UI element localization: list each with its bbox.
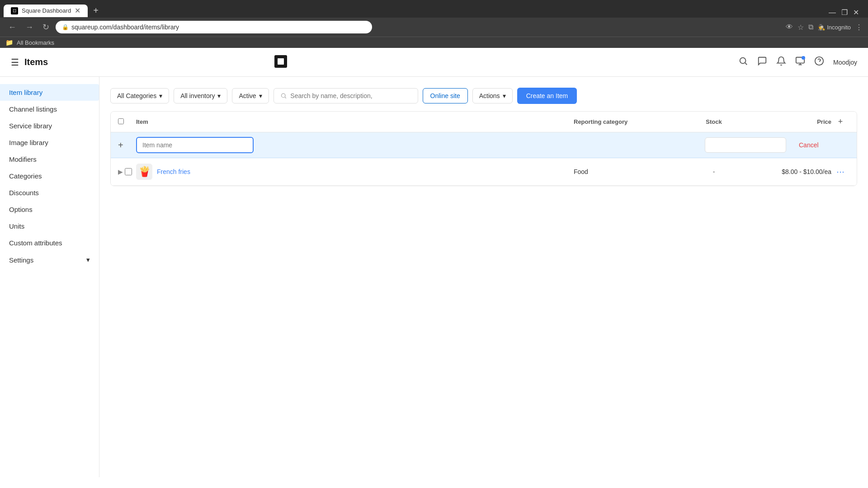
sidebar-item-label: Options [9,206,33,213]
maximize-button[interactable]: ❐ [841,8,848,17]
new-item-price-cell [705,137,795,153]
address-bar[interactable]: 🔒 squareup.com/dashboard/items/library [56,21,372,33]
item-column-header: Item [136,118,574,125]
bookmark-star-icon[interactable]: ☆ [797,23,804,32]
sidebar-item-service-library[interactable]: Service library [0,117,99,134]
all-categories-filter[interactable]: All Categories ▾ [110,88,169,103]
svg-point-2 [740,58,746,64]
sidebar-item-label: Settings [9,256,33,264]
sidebar-item-label: Channel listings [9,105,57,113]
all-inventory-label: All inventory [180,92,215,99]
extensions-icon[interactable]: ⧉ [808,23,813,31]
toolbar: All Categories ▾ All inventory ▾ Active … [110,88,857,104]
item-price-cell: $8.00 - $10.00/ea [741,168,831,175]
sidebar-item-label: Custom attributes [9,239,62,247]
item-info-cell: 🍟 French fries [136,164,574,180]
add-item-plus-button[interactable]: + [118,140,123,150]
browser-nav: ← → ↻ 🔒 squareup.com/dashboard/items/lib… [0,18,868,37]
incognito-icon: 🕵 [818,24,825,31]
sidebar-item-discounts[interactable]: Discounts [0,184,99,201]
table-header-row: Item Reporting category Stock Price + [111,112,857,132]
bookmarks-label[interactable]: All Bookmarks [17,39,54,46]
search-input[interactable] [290,92,411,99]
sidebar-item-custom-attributes[interactable]: Custom attributes [0,235,99,251]
sidebar-item-units[interactable]: Units [0,218,99,235]
sidebar-item-settings[interactable]: Settings ▾ [0,251,99,268]
svg-line-3 [745,63,747,65]
item-stock-cell: - [687,168,741,175]
expand-row-button[interactable]: ▶ [118,168,123,175]
header-logo [273,53,289,71]
sidebar-item-label: Image library [9,139,48,146]
bookmarks-bar: 📁 All Bookmarks [0,37,868,48]
minimize-button[interactable]: — [829,8,836,17]
forward-button[interactable]: → [23,21,36,34]
window-controls: — ❐ ✕ [829,5,864,17]
tab-close-button[interactable]: ✕ [75,7,80,14]
price-input[interactable] [705,137,786,153]
app-header: ☰ Items [0,48,868,77]
browser-tab-active[interactable]: Square Dashboard ✕ [4,5,88,17]
svg-point-9 [281,94,285,98]
sidebar-item-label: Units [9,222,24,230]
sidebar-item-options[interactable]: Options [0,201,99,218]
back-button[interactable]: ← [5,21,19,34]
active-label: Active [239,92,256,99]
item-more-options-button[interactable]: ⋯ [831,167,849,177]
item-category-cell: Food [574,168,687,175]
cancel-new-item-button[interactable]: Cancel [795,138,822,152]
page-content: All Categories ▾ All inventory ▾ Active … [99,77,868,477]
sidebar-item-image-library[interactable]: Image library [0,134,99,151]
reports-button[interactable] [795,56,805,68]
bookmarks-folder-icon: 📁 [5,39,13,46]
help-button[interactable] [814,56,824,68]
table-row: ▶ 🍟 French fries Food - $8.00 - $10.00/e… [111,158,857,186]
incognito-badge: 🕵 Incognito [818,24,851,31]
more-options-icon[interactable]: ⋮ [855,23,863,32]
select-all-checkbox[interactable] [118,118,124,124]
close-button[interactable]: ✕ [853,8,859,17]
chevron-down-icon: ▾ [259,92,262,99]
item-thumbnail: 🍟 [136,164,152,180]
search-button[interactable] [738,56,748,68]
user-avatar[interactable]: Moodjoy [833,59,857,66]
search-icon [280,92,287,99]
address-url: squareup.com/dashboard/items/library [71,23,179,31]
reporting-category-column-header: Reporting category [574,118,687,125]
sidebar: Item library Channel listings Service li… [0,77,99,477]
notification-dot [802,56,805,60]
notifications-button[interactable] [776,56,786,68]
square-logo-icon [273,53,289,70]
new-tab-button[interactable]: + [90,4,102,18]
nav-right-icons: 👁 ☆ ⧉ 🕵 Incognito ⋮ [786,23,863,32]
sidebar-item-categories[interactable]: Categories [0,168,99,184]
sidebar-item-item-library[interactable]: Item library [0,84,99,101]
item-name-link[interactable]: French fries [157,168,190,175]
reload-button[interactable]: ↻ [40,20,52,34]
search-icon [738,56,748,66]
incognito-label: Incognito [827,24,851,31]
search-box[interactable] [274,88,418,103]
messages-button[interactable] [757,56,767,68]
new-item-plus-cell: + [118,140,136,150]
menu-button[interactable]: ☰ [11,57,19,68]
online-site-button[interactable]: Online site [423,88,468,103]
sidebar-item-label: Modifiers [9,155,37,163]
page-title: Items [24,57,48,67]
items-table: Item Reporting category Stock Price + + [110,111,857,186]
chevron-down-icon: ▾ [86,256,90,264]
sidebar-item-modifiers[interactable]: Modifiers [0,151,99,168]
item-name-input[interactable] [136,137,254,153]
create-item-button[interactable]: Create an Item [517,88,577,104]
actions-button[interactable]: Actions ▾ [472,88,513,103]
svg-rect-1 [278,58,284,65]
row-checkbox[interactable] [125,168,132,175]
add-column-button[interactable]: + [831,117,849,127]
sidebar-item-label: Service library [9,122,52,130]
eye-slash-icon: 👁 [786,23,793,31]
all-inventory-filter[interactable]: All inventory ▾ [174,88,227,103]
sidebar-item-channel-listings[interactable]: Channel listings [0,101,99,117]
sidebar-item-label: Discounts [9,189,39,197]
active-filter[interactable]: Active ▾ [232,88,269,103]
chat-icon [757,56,767,66]
